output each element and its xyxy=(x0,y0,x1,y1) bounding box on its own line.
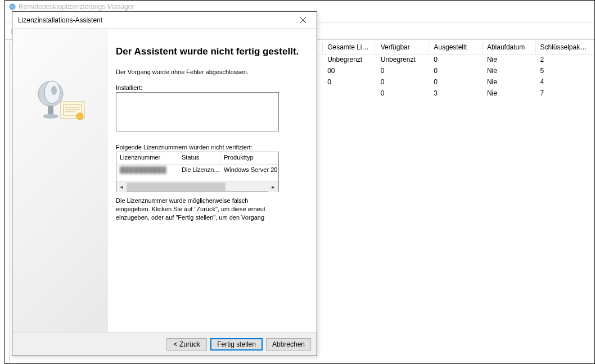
close-icon xyxy=(300,17,306,23)
cell-keypack: 5 xyxy=(535,66,594,77)
installed-label: Installiert: xyxy=(116,84,304,91)
column-total[interactable]: Gesamte Lizen... xyxy=(323,41,376,54)
back-button-label: < Zurück xyxy=(174,340,200,348)
close-button[interactable] xyxy=(291,12,315,28)
scroll-track[interactable] xyxy=(127,182,268,192)
cell-available: 0 xyxy=(376,77,430,88)
svg-point-6 xyxy=(51,86,57,95)
cell-keypack: 2 xyxy=(535,54,594,66)
nv-col-product[interactable]: Produkttyp xyxy=(220,152,278,165)
wizard-sidebar xyxy=(12,29,108,332)
cancel-button[interactable]: Abbrechen xyxy=(266,338,311,351)
app-icon xyxy=(8,3,16,11)
column-keypack[interactable]: Schlüsselpaket... xyxy=(536,41,595,54)
back-button[interactable]: < Zurück xyxy=(166,338,207,351)
cell-issued: 3 xyxy=(429,88,483,99)
main-window-title: Remotedesktoplizenzierungs-Manager xyxy=(19,3,134,11)
cell-issued: 0 xyxy=(429,66,483,77)
wizard-titlebar: Lizenzinstallations-Assistent xyxy=(12,12,317,29)
column-expiry[interactable]: Ablaufdatum xyxy=(483,41,536,54)
cell-expiry: Nie xyxy=(483,88,536,99)
nv-cell-product: Windows Server 20 xyxy=(220,165,278,177)
wizard-body: Der Assistent wurde nicht fertig gestell… xyxy=(12,29,317,332)
finish-button-label: Fertig stellen xyxy=(217,340,256,348)
scroll-right-button[interactable]: ► xyxy=(268,182,278,192)
cell-issued: 0 xyxy=(429,54,483,66)
column-available[interactable]: Verfügbar xyxy=(376,41,430,54)
svg-point-0 xyxy=(10,4,15,10)
nv-horizontal-scrollbar[interactable]: ◄ ► xyxy=(116,181,278,192)
installed-listbox[interactable] xyxy=(116,92,279,131)
wizard-title: Lizenzinstallations-Assistent xyxy=(18,16,102,24)
cell-issued: 0 xyxy=(429,77,483,88)
wizard-footer: < Zurück Fertig stellen Abbrechen xyxy=(12,332,317,356)
license-art-icon xyxy=(35,74,85,126)
nv-col-status[interactable]: Status xyxy=(178,152,220,165)
wizard-dialog: Lizenzinstallations-Assistent xyxy=(12,11,317,356)
notverified-label: Folgende Lizenznummern wurden nicht veri… xyxy=(116,144,304,151)
cell-keypack: 4 xyxy=(535,77,594,88)
cell-expiry: Nie xyxy=(483,77,536,88)
nv-header: Lizenznummer Status Produkttyp xyxy=(116,152,278,165)
cell-expiry: Nie xyxy=(483,66,536,77)
cell-available: 0 xyxy=(376,88,430,99)
cell-total: Unbegrenzt xyxy=(323,54,376,66)
cell-expiry: Nie xyxy=(483,54,536,66)
wizard-footnote: Die Lizenznummer wurde möglicherweise fa… xyxy=(116,197,279,222)
cell-available: 0 xyxy=(376,66,430,77)
cell-keypack: 7 xyxy=(535,88,594,99)
cell-available: Unbegrenzt xyxy=(376,54,430,66)
main-tree-panel xyxy=(5,41,10,363)
notverified-listbox[interactable]: Lizenznummer Status Produkttyp █████████… xyxy=(116,152,279,192)
column-issued[interactable]: Ausgestellt xyxy=(429,41,483,54)
svg-point-14 xyxy=(76,113,83,120)
nv-cell-license: ██████████ xyxy=(116,165,178,177)
scroll-thumb[interactable] xyxy=(127,183,226,191)
cell-total xyxy=(323,88,376,99)
finish-button[interactable]: Fertig stellen xyxy=(210,338,263,351)
nv-cell-status: Die Lizenzn... xyxy=(178,165,220,177)
svg-rect-7 xyxy=(48,106,53,115)
nv-col-license[interactable]: Lizenznummer xyxy=(116,152,178,165)
wizard-content: Der Assistent wurde nicht fertig gestell… xyxy=(108,29,317,332)
svg-point-8 xyxy=(43,114,58,119)
wizard-heading: Der Assistent wurde nicht fertig gestell… xyxy=(116,46,304,57)
wizard-message: Der Vorgang wurde ohne Fehler abgeschlos… xyxy=(116,69,304,75)
cell-total: 00 xyxy=(323,66,376,77)
nv-row[interactable]: ██████████Die Lizenzn...Windows Server 2… xyxy=(116,165,278,177)
cancel-button-label: Abbrechen xyxy=(272,340,305,348)
cell-total: 0 xyxy=(323,77,376,88)
scroll-left-button[interactable]: ◄ xyxy=(116,182,127,192)
